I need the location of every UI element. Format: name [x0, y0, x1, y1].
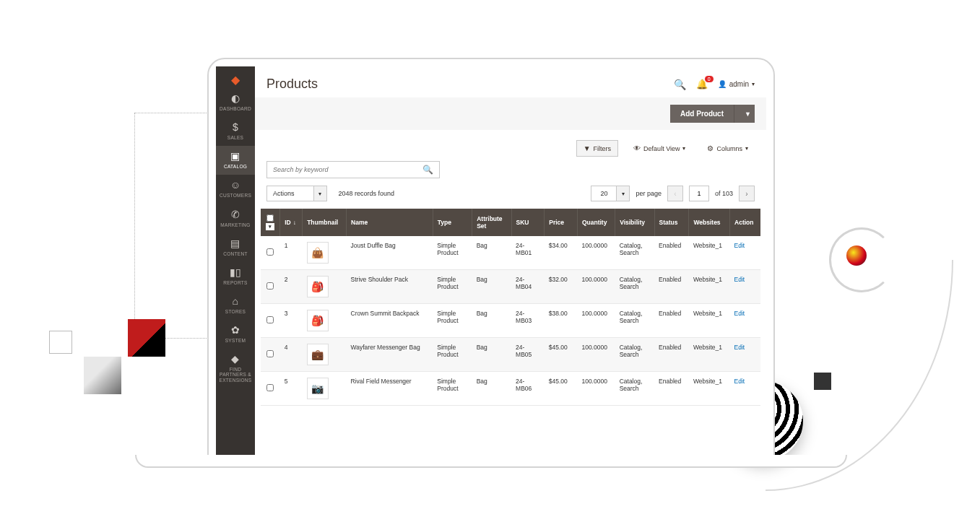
col-header-name[interactable]: Name — [347, 209, 433, 236]
cell-type: Simple Product — [433, 338, 472, 372]
row-checkbox[interactable] — [266, 316, 274, 323]
user-menu[interactable]: 👤 admin ▾ — [718, 80, 755, 88]
add-product-button[interactable]: Add Product — [670, 105, 734, 123]
col-header-id[interactable]: ID↓ — [280, 209, 303, 236]
row-checkbox[interactable] — [266, 350, 274, 357]
product-thumbnail: 💼 — [307, 344, 329, 365]
prev-page-button[interactable]: ‹ — [667, 186, 683, 201]
sidebar-item-marketing[interactable]: ✆ MARKETING — [216, 204, 255, 233]
cell-action: Edit — [730, 304, 760, 338]
sidebar-item-label: SYSTEM — [225, 338, 246, 343]
cell-attribute-set: Bag — [472, 270, 511, 304]
row-checkbox[interactable] — [266, 248, 274, 256]
sidebar-item-system[interactable]: ✿ SYSTEM — [216, 320, 255, 349]
table-row[interactable]: 1👜Joust Duffle BagSimple ProductBag24-MB… — [261, 236, 760, 270]
page-number-input[interactable] — [689, 186, 709, 201]
cell-quantity: 100.0000 — [577, 304, 615, 338]
sidebar-item-stores[interactable]: ⌂ STORES — [216, 291, 255, 320]
cell-attribute-set: Bag — [472, 372, 511, 406]
cell-status: Enabled — [654, 270, 689, 304]
col-header-thumbnail[interactable]: Thumbnail — [303, 209, 347, 236]
cell-price: $34.00 — [545, 236, 578, 270]
cell-action: Edit — [730, 236, 760, 270]
select-all-dropdown[interactable]: ▾ — [266, 223, 274, 230]
cell-visibility: Catalog, Search — [615, 372, 654, 406]
sidebar-item-label: CUSTOMERS — [220, 193, 251, 198]
table-row[interactable]: 5📷Rival Field MessengerSimple ProductBag… — [261, 372, 760, 406]
search-input[interactable] — [267, 162, 417, 178]
sidebar-item-dashboard[interactable]: ◐ DASHBOARD — [216, 88, 255, 117]
search-submit-icon[interactable]: 🔍 — [417, 165, 439, 175]
cell-id: 3 — [280, 304, 303, 338]
cell-type: Simple Product — [433, 270, 472, 304]
cell-id: 5 — [280, 372, 303, 406]
cell-quantity: 100.0000 — [577, 372, 615, 406]
add-product-dropdown[interactable]: ▼ — [734, 105, 755, 123]
filters-button[interactable]: ▼ Filters — [576, 140, 618, 157]
columns-label: Columns — [716, 145, 742, 152]
edit-link[interactable]: Edit — [734, 242, 745, 249]
col-header-sku[interactable]: SKU — [511, 209, 545, 236]
sidebar-item-label: CATALOG — [224, 164, 247, 169]
per-page-label: per page — [636, 190, 662, 197]
add-product-splitbutton: Add Product ▼ — [670, 105, 755, 123]
edit-link[interactable]: Edit — [734, 344, 745, 351]
col-header-visibility[interactable]: Visibility — [615, 209, 654, 236]
cell-action: Edit — [730, 338, 760, 372]
edit-link[interactable]: Edit — [734, 276, 745, 283]
admin-sidebar: ◆ ◐ DASHBOARD $ SALES ▣ CATALOG ☺ CUSTOM… — [216, 66, 255, 455]
notifications-icon[interactable]: 🔔0 — [696, 79, 708, 90]
cell-websites: Website_1 — [689, 270, 730, 304]
decoration — [814, 373, 831, 390]
sidebar-item-label: SALES — [227, 135, 243, 140]
sidebar-item-reports[interactable]: ▮▯ REPORTS — [216, 262, 255, 291]
notification-badge: 0 — [705, 76, 714, 82]
decoration — [84, 357, 121, 394]
cell-websites: Website_1 — [689, 304, 730, 338]
cell-visibility: Catalog, Search — [615, 304, 654, 338]
table-row[interactable]: 2🎒Strive Shoulder PackSimple ProductBag2… — [261, 270, 760, 304]
col-header-price[interactable]: Price — [545, 209, 578, 236]
chevron-down-icon: ▾ — [616, 186, 629, 201]
col-header-type[interactable]: Type — [433, 209, 472, 236]
cell-name: Rival Field Messenger — [347, 372, 433, 406]
col-header-quantity[interactable]: Quantity — [577, 209, 615, 236]
cell-price: $32.00 — [545, 270, 578, 304]
table-row[interactable]: 3🎒Crown Summit BackpackSimple ProductBag… — [261, 304, 760, 338]
col-header-checkbox: ▾ — [261, 209, 280, 236]
col-header-status[interactable]: Status — [654, 209, 689, 236]
col-header-websites[interactable]: Websites — [689, 209, 730, 236]
sidebar-item-catalog[interactable]: ▣ CATALOG — [216, 146, 255, 175]
table-row[interactable]: 4💼Wayfarer Messenger BagSimple ProductBa… — [261, 338, 760, 372]
col-header-attribute-set[interactable]: Attribute Set — [472, 209, 511, 236]
cell-attribute-set: Bag — [472, 304, 511, 338]
select-all-checkbox[interactable] — [266, 214, 274, 222]
sidebar-item-content[interactable]: ▤ CONTENT — [216, 233, 255, 262]
gauge-icon: ◐ — [231, 92, 240, 104]
cell-type: Simple Product — [433, 304, 472, 338]
sidebar-item-sales[interactable]: $ SALES — [216, 117, 255, 146]
bulk-actions-select[interactable]: Actions ▾ — [266, 186, 327, 201]
cell-id: 4 — [280, 338, 303, 372]
cell-name: Joust Duffle Bag — [347, 236, 433, 270]
sidebar-item-partners[interactable]: ◆ FIND PARTNERS & EXTENSIONS — [216, 349, 255, 388]
columns-button[interactable]: ⚙ Columns ▾ — [701, 141, 755, 156]
default-view-button[interactable]: 👁 Default View ▾ — [627, 141, 692, 156]
next-page-button[interactable]: › — [739, 186, 755, 201]
edit-link[interactable]: Edit — [734, 378, 745, 385]
cell-quantity: 100.0000 — [577, 338, 615, 372]
per-page-select[interactable]: 20 ▾ — [591, 186, 630, 201]
cell-status: Enabled — [654, 372, 689, 406]
search-icon[interactable]: 🔍 — [674, 79, 686, 90]
cell-status: Enabled — [654, 338, 689, 372]
layout-icon: ▤ — [230, 238, 240, 249]
edit-link[interactable]: Edit — [734, 310, 745, 317]
sidebar-item-customers[interactable]: ☺ CUSTOMERS — [216, 175, 255, 204]
row-checkbox[interactable] — [266, 282, 274, 290]
product-thumbnail: 👜 — [307, 242, 329, 264]
sidebar-item-label: REPORTS — [223, 280, 247, 285]
sidebar-item-label: DASHBOARD — [220, 106, 251, 111]
row-checkbox[interactable] — [266, 384, 274, 391]
records-found: 2048 records found — [339, 190, 395, 197]
col-header-action: Action — [730, 209, 760, 236]
